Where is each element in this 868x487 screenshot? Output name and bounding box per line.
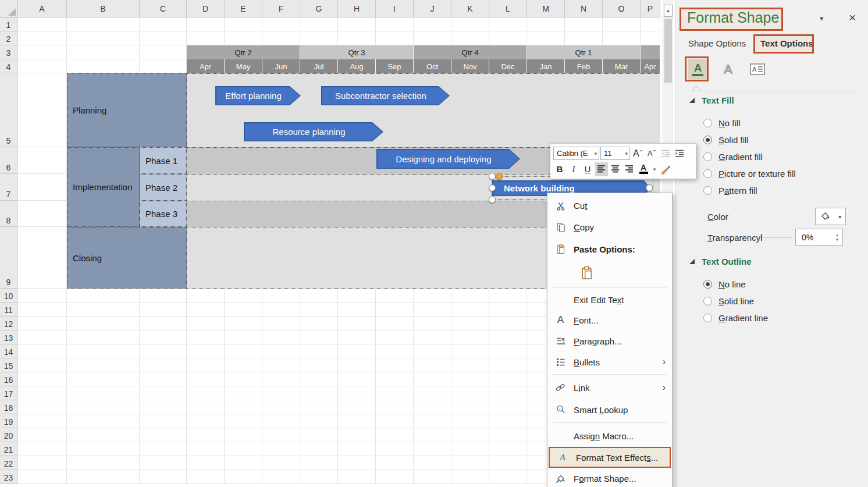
column-header[interactable]: O [603,0,641,17]
row-header[interactable]: 20 [0,428,17,442]
align-left-button[interactable] [595,162,608,176]
row-header[interactable]: 13 [0,330,17,344]
column-header[interactable]: H [338,0,376,17]
row-header[interactable]: 16 [0,372,17,386]
task-bar-resource-planning[interactable]: Resource planning [244,122,383,141]
row-header[interactable]: 21 [0,442,17,456]
row-header[interactable]: 1 [0,17,17,31]
row-header[interactable]: 7 [0,174,17,201]
font-name-combo[interactable]: Calibri (E▾ [553,147,599,160]
row-header[interactable]: 3 [0,45,17,59]
text-fill-outline-icon[interactable]: A [688,59,707,79]
scroll-up-button[interactable]: ▲ [664,5,673,17]
font-color-button[interactable]: A [637,162,650,176]
increase-indent-button[interactable] [673,147,686,161]
menu-item-font[interactable]: A Font... [547,310,672,330]
row-header[interactable]: 6 [0,147,17,174]
radio-no-fill[interactable]: No fill [703,117,741,129]
font-size-combo[interactable]: 11▾ [600,147,630,160]
menu-item-cut[interactable]: Cut [547,195,672,216]
row-header[interactable]: 8 [0,201,17,227]
column-header[interactable]: P [641,0,660,17]
menu-item-paragraph[interactable]: ¶ Paragraph... [547,330,672,351]
decrease-indent-button[interactable] [659,147,672,161]
column-header[interactable]: C [140,0,187,17]
underline-button[interactable]: U [581,162,594,176]
resize-handle-right[interactable] [646,184,653,191]
text-effects-tab-icon[interactable]: A [718,59,738,79]
radio-pattern-fill[interactable]: Pattern fill [703,184,757,196]
text-fill-color-button[interactable]: ▾ [815,208,846,225]
text-outline-section-header[interactable]: Text Outline [689,257,752,266]
row-header[interactable]: 12 [0,317,17,330]
transparency-slider-handle[interactable] [761,234,762,241]
task-bar-subcontractor-selection[interactable]: Subcontractor selection [321,86,450,105]
pane-close-icon[interactable]: × [849,10,856,24]
align-center-button[interactable] [609,162,622,176]
row-header[interactable]: 14 [0,344,17,358]
column-header[interactable]: A [17,0,67,17]
menu-item-bullets[interactable]: Bullets › [547,351,672,372]
column-header[interactable]: D [187,0,225,17]
radio-solid-line[interactable]: Solid line [703,295,754,307]
resize-handle-left[interactable] [489,184,496,191]
menu-item-exit-edit-text[interactable]: Exit Edit Text [547,290,672,310]
row-header[interactable]: 23 [0,470,17,484]
italic-button[interactable]: I [567,162,580,176]
row-header[interactable]: 2 [0,31,17,45]
radio-gradient-fill[interactable]: Gradient fill [703,151,763,162]
menu-item-smart-lookup[interactable]: i Smart Lookup [547,399,672,421]
row-header[interactable]: 18 [0,400,17,414]
row-header[interactable]: 19 [0,414,17,428]
row-header[interactable]: 17 [0,386,17,400]
column-header[interactable]: G [300,0,338,17]
column-header[interactable]: E [225,0,262,17]
menu-item-format-text-effects[interactable]: A Format Text Effects... [549,447,671,468]
text-fill-section-header[interactable]: Text Fill [689,95,734,105]
tab-shape-options[interactable]: Shape Options [688,38,746,48]
spin-up-icon[interactable]: ▴ [836,233,838,237]
task-bar-effort-planning[interactable]: Effort planning [215,86,301,105]
radio-solid-fill[interactable]: Solid fill [703,134,749,145]
radio-no-line[interactable]: No line [703,278,746,290]
task-bar-designing-deploying[interactable]: Designing and deploying [376,149,520,169]
column-header[interactable]: K [451,0,489,17]
radio-gradient-line[interactable]: Gradient line [703,312,768,324]
column-header[interactable]: I [376,0,414,17]
row-header[interactable]: 10 [0,289,17,303]
tab-text-options[interactable]: Text Options [760,38,813,48]
row-header[interactable]: 15 [0,358,17,372]
scrollbar-thumb[interactable] [664,19,672,83]
column-header[interactable]: J [414,0,451,17]
row-header[interactable]: 11 [0,303,17,317]
row-header[interactable]: 9 [0,227,17,289]
menu-item-format-shape[interactable]: Format Shape... [547,468,672,487]
row-header[interactable]: 4 [0,59,17,73]
pane-menu-chevron-icon[interactable]: ▾ [820,14,824,23]
column-header[interactable]: M [527,0,565,17]
radio-picture-texture-fill[interactable]: Picture or texture fill [703,168,796,179]
menu-item-copy[interactable]: Copy [547,216,672,238]
textbox-tab-icon[interactable]: A [748,59,767,79]
row-header[interactable]: 22 [0,456,17,470]
column-header[interactable]: L [489,0,527,17]
format-painter-button[interactable] [659,162,673,176]
bold-button[interactable]: B [553,162,566,176]
font-color-dropdown[interactable]: ▾ [651,162,658,176]
column-header[interactable]: F [262,0,300,17]
paste-option-keep-formatting[interactable] [547,260,672,286]
column-header[interactable]: B [67,0,140,17]
menu-item-assign-macro[interactable]: Assign Macro... [547,425,672,447]
align-right-button[interactable] [623,162,636,176]
adjust-handle[interactable] [496,173,503,180]
row-header[interactable]: 5 [0,73,17,147]
shrink-font-button[interactable]: Aˇ [645,147,658,161]
select-all-corner[interactable] [0,0,17,17]
transparency-spinner[interactable]: 0% ▴▾ [795,229,843,246]
grow-font-button[interactable]: Aˆ [631,147,644,161]
transparency-slider-track[interactable] [762,237,793,237]
resize-handle-top-left[interactable] [489,173,496,180]
resize-handle-bottom-left[interactable] [489,196,496,203]
column-header[interactable]: N [565,0,603,17]
spin-down-icon[interactable]: ▾ [836,237,838,242]
